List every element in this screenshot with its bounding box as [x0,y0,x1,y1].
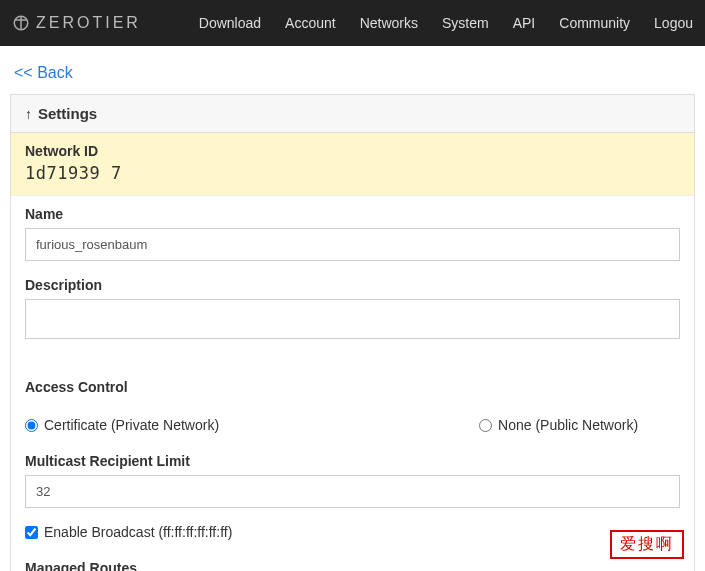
nav-system[interactable]: System [442,15,489,31]
main-nav: Download Account Networks System API Com… [199,15,693,31]
network-id-value: 1d71939 7 [25,163,680,183]
network-id-block: Network ID 1d71939 7 [11,133,694,196]
ac-private-radio[interactable] [25,419,38,432]
managed-routes-section: Managed Routes [11,550,694,571]
watermark: 爱搜啊 [610,530,684,559]
collapse-arrow-icon: ↑ [25,106,32,122]
broadcast-checkbox[interactable] [25,526,38,539]
ac-private-option[interactable]: Certificate (Private Network) [25,417,219,433]
settings-body: Network ID 1d71939 7 Name Description Ac… [11,133,694,571]
back-link[interactable]: << Back [0,46,87,94]
topbar: ZEROTIER Download Account Networks Syste… [0,0,705,46]
access-control-label: Access Control [25,379,680,395]
broadcast-label: Enable Broadcast (ff:ff:ff:ff:ff:ff) [44,524,232,540]
nav-download[interactable]: Download [199,15,261,31]
broadcast-row: Enable Broadcast (ff:ff:ff:ff:ff:ff) [11,514,694,550]
nav-account[interactable]: Account [285,15,336,31]
multicast-field: Multicast Recipient Limit [11,443,694,514]
name-field: Name [11,196,694,267]
access-control-options: Certificate (Private Network) None (Publ… [11,407,694,443]
multicast-label: Multicast Recipient Limit [25,453,680,469]
network-id-label: Network ID [25,143,680,159]
ac-private-label: Certificate (Private Network) [44,417,219,433]
ac-public-option[interactable]: None (Public Network) [479,417,638,433]
ac-public-label: None (Public Network) [498,417,638,433]
name-input[interactable] [25,228,680,261]
description-field: Description [11,267,694,345]
brand-text: ZEROTIER [36,14,141,32]
settings-heading: Settings [38,105,97,122]
description-input[interactable] [25,299,680,339]
brand-logo[interactable]: ZEROTIER [12,14,141,32]
managed-routes-label: Managed Routes [25,560,680,571]
settings-panel: ↑ Settings Network ID 1d71939 7 Name Des… [10,94,695,571]
nav-networks[interactable]: Networks [360,15,418,31]
nav-community[interactable]: Community [559,15,630,31]
zerotier-icon [12,14,30,32]
nav-api[interactable]: API [513,15,536,31]
multicast-input[interactable] [25,475,680,508]
description-label: Description [25,277,680,293]
name-label: Name [25,206,680,222]
ac-public-radio[interactable] [479,419,492,432]
settings-header[interactable]: ↑ Settings [11,95,694,133]
nav-logout[interactable]: Logou [654,15,693,31]
access-control-section: Access Control [11,369,694,407]
